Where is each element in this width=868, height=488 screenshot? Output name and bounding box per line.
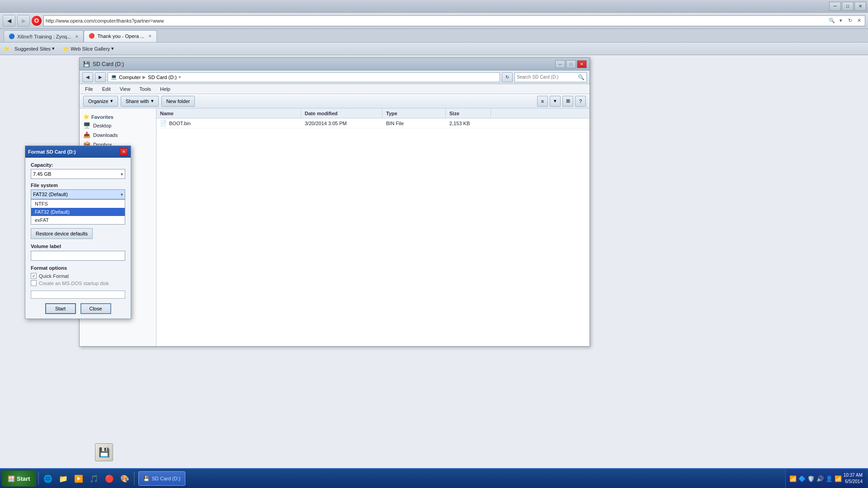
volume-label-input[interactable] — [31, 251, 125, 261]
organize-button[interactable]: Organize ▾ — [83, 96, 118, 107]
tab-close-opera[interactable]: ✕ — [148, 34, 152, 38]
view-list-btn[interactable]: ≡ — [537, 96, 548, 107]
explorer-refresh-btn[interactable]: ↻ — [502, 72, 513, 82]
capacity-dropdown-arrow: ▾ — [121, 172, 123, 177]
organize-label: Organize — [88, 99, 108, 104]
menu-help[interactable]: Help — [158, 85, 172, 93]
stop-icon[interactable]: ✕ — [855, 17, 863, 25]
filesystem-dropdown-arrow: ▾ — [121, 192, 123, 197]
breadcrumb-dropdown[interactable]: ▾ — [179, 75, 181, 80]
refresh-icon[interactable]: ↻ — [846, 17, 854, 25]
dropdown-icon[interactable]: ▾ — [837, 17, 845, 25]
explorer-forward-btn[interactable]: ▶ — [95, 72, 106, 82]
close-button[interactable]: ✕ — [854, 2, 866, 11]
msdos-row: Create an MS-DOS startup disk — [31, 280, 125, 286]
sidebar-item-downloads[interactable]: 📥 Downloads — [80, 130, 156, 140]
msdos-checkbox[interactable] — [31, 280, 37, 286]
address-input[interactable] — [46, 18, 826, 23]
web-slice-label: Web Slice Gallery — [71, 46, 110, 52]
view-details-dropdown[interactable]: ▾ — [550, 96, 561, 107]
taskbar-tasks: 💾 SD Card (D:) — [137, 471, 784, 486]
bookmark-web-slice[interactable]: ⭐ Web Slice Gallery ▾ — [60, 45, 117, 52]
tab-label-opera: Thank you - Opera ... — [97, 33, 144, 39]
tab-icon-opera: 🔴 — [89, 33, 95, 39]
quick-launch-media[interactable]: ▶️ — [71, 471, 86, 486]
filesystem-select[interactable]: FAT32 (Default) ▾ — [31, 189, 125, 199]
sidebar-item-desktop[interactable]: 🖥️ Desktop — [80, 121, 156, 130]
file-list: Name Date modified Type Size 📄 BOOT.bin … — [156, 108, 590, 346]
taskbar: 🪟 Start 🌐 📁 ▶️ 🎵 🔴 🎨 💾 SD Card (D:) 📶 🔷 … — [0, 468, 868, 488]
forward-button[interactable]: ▶ — [17, 15, 30, 27]
back-button[interactable]: ◀ — [3, 15, 15, 27]
menu-tools[interactable]: Tools — [137, 85, 153, 93]
explorer-maximize-btn[interactable]: □ — [566, 60, 576, 68]
suggested-sites-label: Suggested Sites — [14, 46, 51, 52]
share-with-button[interactable]: Share with ▾ — [121, 96, 159, 107]
tab-opera[interactable]: 🔴 Thank you - Opera ... ✕ — [84, 30, 157, 42]
dropdown-exfat[interactable]: exFAT — [31, 216, 125, 224]
search-icon: 🔍 — [578, 74, 585, 80]
view-large-icons-btn[interactable]: ⊞ — [562, 96, 573, 107]
format-dialog: Format SD Card (D:) ✕ Capacity: 7.45 GB … — [25, 145, 131, 319]
downloads-icon: 📥 — [83, 131, 90, 138]
start-button[interactable]: 🪟 Start — [2, 470, 36, 487]
share-with-label: Share with — [126, 99, 149, 104]
explorer-title-text: SD Card (D:) — [93, 61, 124, 67]
column-header-size[interactable]: Size — [446, 108, 491, 118]
tray-signal-icon[interactable]: 📶 — [835, 475, 842, 482]
menu-edit[interactable]: Edit — [100, 85, 113, 93]
explorer-close-btn[interactable]: ✕ — [577, 60, 587, 68]
table-row[interactable]: 📄 BOOT.bin 3/20/2014 3:05 PM BIN File 2,… — [156, 118, 590, 128]
taskbar-task-sdcard[interactable]: 💾 SD Card (D:) — [138, 471, 186, 486]
new-folder-button[interactable]: New folder — [161, 96, 195, 107]
favorites-label: Favorites — [91, 114, 113, 120]
explorer-back-btn[interactable]: ◀ — [82, 72, 93, 82]
column-header-name[interactable]: Name — [156, 108, 301, 118]
explorer-search-input[interactable] — [517, 75, 576, 80]
tab-close-xilinx[interactable]: ✕ — [75, 34, 79, 39]
search-icon[interactable]: 🔍 — [828, 17, 836, 25]
opera-logo: O — [32, 16, 42, 26]
menu-file[interactable]: File — [83, 85, 95, 93]
menu-view[interactable]: View — [118, 85, 132, 93]
explorer-minimize-btn[interactable]: ─ — [555, 60, 565, 68]
quick-launch-winamp[interactable]: 🎵 — [87, 471, 101, 486]
bookmark-suggested-sites[interactable]: Suggested Sites ▾ — [12, 45, 57, 52]
tray-sound-icon[interactable]: 🔊 — [816, 475, 824, 482]
filelist-header: Name Date modified Type Size — [156, 108, 590, 118]
tab-label-xilinx: Xilinx® Training : Zynq... — [17, 34, 71, 39]
tab-xilinx[interactable]: 🔵 Xilinx® Training : Zynq... ✕ — [4, 30, 84, 42]
filesystem-value: FAT32 (Default) — [33, 192, 68, 197]
explorer-win-buttons: ─ □ ✕ — [555, 60, 587, 68]
tray-antivirus-icon[interactable]: 🛡️ — [807, 475, 815, 482]
dialog-close-button[interactable]: ✕ — [120, 148, 128, 155]
dropdown-fat32[interactable]: FAT32 (Default) — [31, 208, 125, 216]
help-btn[interactable]: ? — [575, 96, 586, 107]
tray-bluetooth-icon[interactable]: 🔷 — [798, 475, 806, 482]
tray-user-icon[interactable]: 👤 — [826, 475, 833, 482]
close-dialog-button[interactable]: Close — [80, 303, 111, 314]
capacity-select[interactable]: 7.45 GB ▾ — [31, 169, 125, 179]
quick-launch-opera[interactable]: 🔴 — [102, 471, 117, 486]
quick-launch-folder[interactable]: 📁 — [56, 471, 71, 486]
breadcrumb-computer[interactable]: Computer — [119, 75, 141, 80]
quick-launch-ie[interactable]: 🌐 — [41, 471, 55, 486]
restore-button[interactable]: □ — [842, 2, 854, 11]
dropdown-ntfs[interactable]: NTFS — [31, 200, 125, 208]
minimize-button[interactable]: ─ — [829, 2, 841, 11]
tray-network-icon[interactable]: 📶 — [789, 475, 797, 482]
column-header-date[interactable]: Date modified — [301, 108, 382, 118]
breadcrumb-sdcard[interactable]: SD Card (D:) — [148, 75, 177, 80]
taskbar-separator-1 — [38, 472, 39, 485]
downloads-label: Downloads — [93, 132, 118, 138]
start-button[interactable]: Start — [45, 303, 76, 314]
task-label-sdcard: SD Card (D:) — [152, 476, 181, 481]
bookmarks-bar: ⭐ Suggested Sites ▾ ⭐ Web Slice Gallery … — [0, 42, 868, 55]
column-header-type[interactable]: Type — [382, 108, 446, 118]
quick-launch-paint[interactable]: 🎨 — [118, 471, 132, 486]
sd-card-taskbar-icon[interactable]: 💾 — [95, 443, 113, 461]
suggested-sites-arrow: ▾ — [52, 46, 55, 52]
quick-format-checkbox[interactable]: ✓ — [31, 273, 37, 279]
restore-device-defaults-button[interactable]: Restore device defaults — [31, 228, 93, 239]
file-name-cell: 📄 BOOT.bin — [156, 118, 301, 128]
